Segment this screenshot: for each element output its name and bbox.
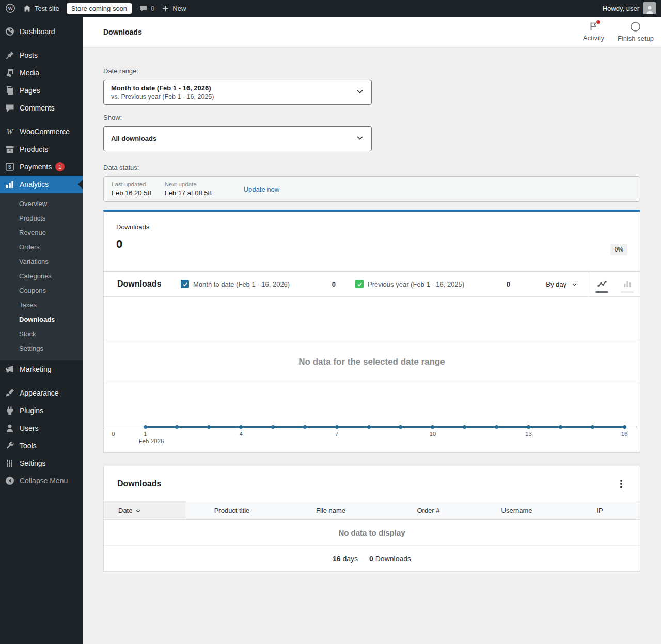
sidebar: DashboardPostsMediaPagesCommentsWWooComm… xyxy=(0,17,83,644)
table-menu-button[interactable] xyxy=(615,478,627,490)
finish-setup-button[interactable]: Finish setup xyxy=(618,21,654,42)
sidebar-item-payments[interactable]: $Payments1 xyxy=(0,158,83,176)
data-status-label: Data status: xyxy=(103,164,640,171)
sidebar-subitem-categories[interactable]: Categories xyxy=(0,269,83,284)
site-menu[interactable]: Test site xyxy=(23,4,59,13)
sidebar-item-label: Marketing xyxy=(20,365,51,373)
update-now-link[interactable]: Update now xyxy=(244,185,279,193)
sidebar-subitem-overview[interactable]: Overview xyxy=(0,197,83,211)
chevron-down-icon xyxy=(572,281,577,287)
last-updated-label: Last updated xyxy=(112,181,151,187)
wordpress-logo-icon[interactable]: W xyxy=(5,3,15,13)
sidebar-subitem-orders[interactable]: Orders xyxy=(0,240,83,255)
date-range-value: Month to date (Feb 1 - 16, 2026) xyxy=(111,84,351,92)
sidebar-item-posts[interactable]: Posts xyxy=(0,46,83,64)
menu-separator xyxy=(0,117,83,123)
sidebar-item-plugins[interactable]: Plugins xyxy=(0,402,83,419)
column-header-product-title[interactable]: Product title xyxy=(185,501,278,519)
sidebar-item-label: Users xyxy=(20,424,39,432)
sidebar-item-label: Products xyxy=(20,145,48,153)
menu-separator xyxy=(0,40,83,46)
sidebar-subitem-taxes[interactable]: Taxes xyxy=(0,298,83,312)
sidebar-item-products[interactable]: Products xyxy=(0,140,83,158)
column-label: IP xyxy=(596,507,603,514)
sidebar-item-pages[interactable]: Pages xyxy=(0,82,83,99)
x-tick-label: 4 xyxy=(239,431,242,437)
appearance-icon xyxy=(5,388,15,398)
data-status-box: Last updated Feb 16 20:58 Next update Fe… xyxy=(103,176,640,202)
summary-tile-downloads[interactable]: Downloads 0 0% xyxy=(103,210,640,272)
sidebar-item-label: Appearance xyxy=(20,389,59,397)
new-menu[interactable]: New xyxy=(162,5,186,12)
coming-soon-badge: Store coming soon xyxy=(67,3,132,14)
sidebar-item-users[interactable]: Users xyxy=(0,419,83,437)
legend-value: 0 xyxy=(332,280,336,288)
posts-icon xyxy=(5,50,15,60)
sidebar-item-appearance[interactable]: Appearance xyxy=(0,384,83,402)
gridline xyxy=(104,383,640,383)
sidebar-item-media[interactable]: Media xyxy=(0,64,83,82)
date-range-select[interactable]: Month to date (Feb 1 - 16, 2026) vs. Pre… xyxy=(103,80,372,105)
sidebar-item-dashboard[interactable]: Dashboard xyxy=(0,23,83,40)
sidebar-subitem-stock[interactable]: Stock xyxy=(0,327,83,341)
x-tick-label: 10 xyxy=(429,431,436,437)
plus-icon xyxy=(162,5,169,12)
next-update-value: Feb 17 at 08:58 xyxy=(165,189,212,197)
sidebar-subitem-downloads[interactable]: Downloads xyxy=(0,312,83,327)
interval-value: By day xyxy=(546,280,566,288)
home-icon xyxy=(23,4,32,13)
interval-select[interactable]: By day xyxy=(546,280,577,288)
sidebar-item-tools[interactable]: Tools xyxy=(0,437,83,454)
sidebar-item-woocommerce[interactable]: WWooCommerce xyxy=(0,123,83,140)
comments-shortcut[interactable]: 0 xyxy=(139,4,154,13)
sidebar-subitem-coupons[interactable]: Coupons xyxy=(0,284,83,298)
svg-text:W: W xyxy=(8,6,13,11)
x-tick-label: 1 xyxy=(144,431,147,437)
howdy-text: Howdy, user xyxy=(603,5,639,12)
bar-chart-toggle[interactable] xyxy=(615,272,640,297)
date-range-label: Date range: xyxy=(103,67,640,75)
woocommerce-icon: W xyxy=(5,127,15,137)
chart-title: Downloads xyxy=(117,279,181,289)
column-header-username[interactable]: Username xyxy=(474,501,560,519)
page-header: Downloads Activity Finish setup xyxy=(83,17,661,48)
column-header-file-name[interactable]: File name xyxy=(278,501,383,519)
sidebar-item-label: Analytics xyxy=(20,180,49,189)
sidebar-item-label: Pages xyxy=(20,86,40,95)
bar-chart-icon xyxy=(622,278,633,290)
sidebar-item-settings[interactable]: Settings xyxy=(0,454,83,472)
legend-item-previous-year-feb-1-16-2025[interactable]: Previous year (Feb 1 - 16, 2025)0 xyxy=(355,280,510,288)
sidebar-subitem-products[interactable]: Products xyxy=(0,211,83,226)
show-select[interactable]: All downloads xyxy=(103,126,372,151)
sidebar-item-label: Collapse Menu xyxy=(20,477,68,485)
sidebar-item-analytics[interactable]: Analytics xyxy=(0,176,83,193)
sidebar-subitem-revenue[interactable]: Revenue xyxy=(0,226,83,240)
column-header-ip[interactable]: IP xyxy=(560,501,640,519)
sidebar-subitem-variations[interactable]: Variations xyxy=(0,255,83,269)
activity-label: Activity xyxy=(583,34,604,42)
users-icon xyxy=(5,423,15,433)
column-header-order[interactable]: Order # xyxy=(383,501,474,519)
admin-bar: W Test site Store coming soon 0 New Howd… xyxy=(0,0,661,17)
table-title: Downloads xyxy=(117,479,161,489)
legend-item-month-to-date-feb-1-16-2026[interactable]: Month to date (Feb 1 - 16, 2026)0 xyxy=(181,280,336,288)
sidebar-item-collapse-menu[interactable]: Collapse Menu xyxy=(0,472,83,490)
activity-button[interactable]: Activity xyxy=(583,21,604,42)
show-value: All downloads xyxy=(111,135,351,143)
sidebar-item-marketing[interactable]: Marketing xyxy=(0,360,83,378)
sidebar-item-label: Settings xyxy=(20,459,46,467)
svg-text:$: $ xyxy=(8,164,11,170)
line-chart-toggle[interactable] xyxy=(589,272,615,297)
column-header-date[interactable]: Date xyxy=(104,501,185,519)
table-summary-downloads: 0 Downloads xyxy=(369,555,411,563)
sidebar-item-label: Media xyxy=(20,69,39,77)
chart-empty-message: No data for the selected date range xyxy=(104,357,640,367)
sidebar-item-label: Tools xyxy=(20,442,37,450)
account-menu[interactable]: Howdy, user xyxy=(603,2,661,14)
column-label: Order # xyxy=(417,507,439,514)
sidebar-item-comments[interactable]: Comments xyxy=(0,99,83,117)
setup-progress-icon xyxy=(630,21,641,34)
x-tick-label: 13 xyxy=(525,431,532,437)
last-updated-value: Feb 16 20:58 xyxy=(112,189,151,197)
sidebar-subitem-settings[interactable]: Settings xyxy=(0,341,83,356)
